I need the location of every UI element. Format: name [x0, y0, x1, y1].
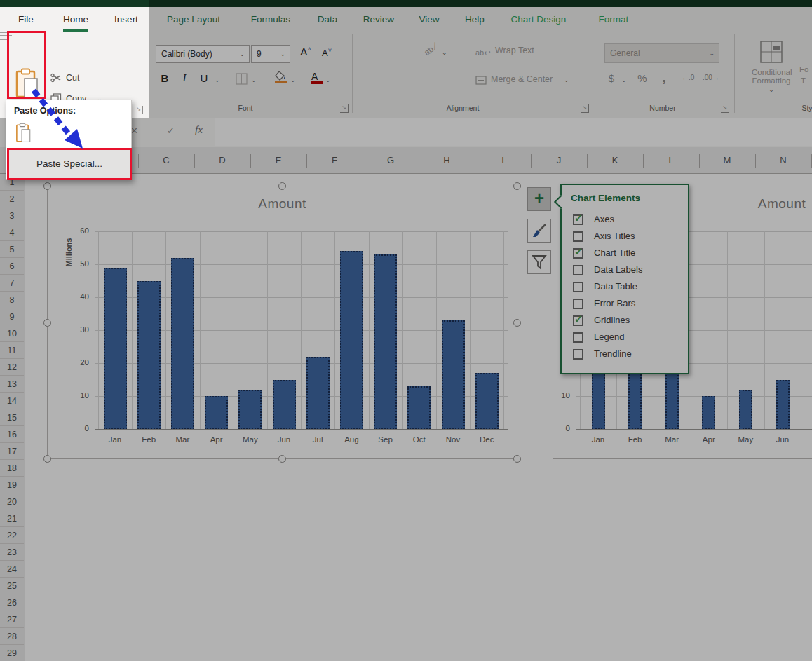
annotation-arrow: [21, 81, 91, 154]
tab-file[interactable]: File: [13, 7, 39, 32]
dim-overlay: [6, 180, 132, 661]
clipboard-dialog-launcher[interactable]: ↘: [135, 106, 143, 114]
paste-special-text-rest: pecial...: [69, 158, 102, 169]
tab-home[interactable]: Home: [59, 7, 93, 32]
dim-overlay: [0, 118, 6, 661]
excel-window: FileHomeInsertPage LayoutFormulasDataRev…: [0, 0, 812, 661]
dim-overlay: [132, 118, 149, 661]
dim-overlay: [149, 0, 812, 661]
tab-insert[interactable]: Insert: [108, 7, 144, 32]
paste-special-text: Paste: [36, 158, 63, 169]
